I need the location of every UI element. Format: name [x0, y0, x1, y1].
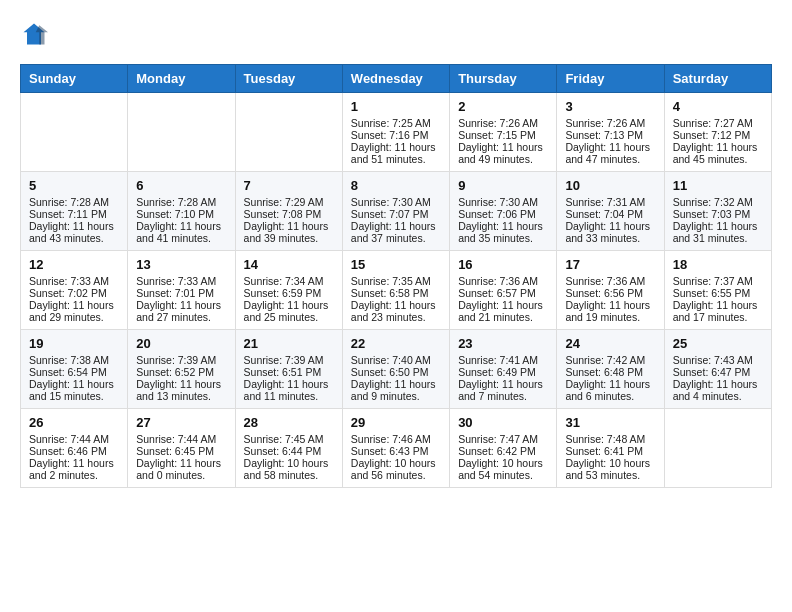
- sunrise-text: Sunrise: 7:34 AM: [244, 275, 334, 287]
- weekday-header-wednesday: Wednesday: [342, 65, 449, 93]
- calendar-table: SundayMondayTuesdayWednesdayThursdayFrid…: [20, 64, 772, 488]
- sunset-text: Sunset: 7:08 PM: [244, 208, 334, 220]
- daylight-text: Daylight: 10 hours and 53 minutes.: [565, 457, 655, 481]
- calendar-cell: 19Sunrise: 7:38 AMSunset: 6:54 PMDayligh…: [21, 330, 128, 409]
- sunset-text: Sunset: 6:43 PM: [351, 445, 441, 457]
- daylight-text: Daylight: 11 hours and 43 minutes.: [29, 220, 119, 244]
- calendar-cell: 21Sunrise: 7:39 AMSunset: 6:51 PMDayligh…: [235, 330, 342, 409]
- sunrise-text: Sunrise: 7:37 AM: [673, 275, 763, 287]
- calendar-cell: 13Sunrise: 7:33 AMSunset: 7:01 PMDayligh…: [128, 251, 235, 330]
- daylight-text: Daylight: 11 hours and 6 minutes.: [565, 378, 655, 402]
- sunset-text: Sunset: 7:04 PM: [565, 208, 655, 220]
- daylight-text: Daylight: 11 hours and 11 minutes.: [244, 378, 334, 402]
- calendar-cell: 16Sunrise: 7:36 AMSunset: 6:57 PMDayligh…: [450, 251, 557, 330]
- day-number: 27: [136, 415, 226, 430]
- calendar-week-row: 12Sunrise: 7:33 AMSunset: 7:02 PMDayligh…: [21, 251, 772, 330]
- sunset-text: Sunset: 7:06 PM: [458, 208, 548, 220]
- calendar-cell: 12Sunrise: 7:33 AMSunset: 7:02 PMDayligh…: [21, 251, 128, 330]
- day-number: 10: [565, 178, 655, 193]
- sunset-text: Sunset: 6:42 PM: [458, 445, 548, 457]
- day-number: 28: [244, 415, 334, 430]
- sunset-text: Sunset: 7:12 PM: [673, 129, 763, 141]
- sunset-text: Sunset: 7:11 PM: [29, 208, 119, 220]
- calendar-cell: 4Sunrise: 7:27 AMSunset: 7:12 PMDaylight…: [664, 93, 771, 172]
- calendar-cell: 28Sunrise: 7:45 AMSunset: 6:44 PMDayligh…: [235, 409, 342, 488]
- logo: [20, 20, 52, 48]
- day-number: 29: [351, 415, 441, 430]
- day-number: 26: [29, 415, 119, 430]
- sunset-text: Sunset: 6:56 PM: [565, 287, 655, 299]
- sunset-text: Sunset: 7:01 PM: [136, 287, 226, 299]
- day-number: 11: [673, 178, 763, 193]
- sunset-text: Sunset: 7:13 PM: [565, 129, 655, 141]
- daylight-text: Daylight: 11 hours and 33 minutes.: [565, 220, 655, 244]
- sunset-text: Sunset: 7:10 PM: [136, 208, 226, 220]
- daylight-text: Daylight: 11 hours and 29 minutes.: [29, 299, 119, 323]
- daylight-text: Daylight: 11 hours and 31 minutes.: [673, 220, 763, 244]
- sunrise-text: Sunrise: 7:48 AM: [565, 433, 655, 445]
- daylight-text: Daylight: 10 hours and 54 minutes.: [458, 457, 548, 481]
- sunrise-text: Sunrise: 7:42 AM: [565, 354, 655, 366]
- calendar-cell: 7Sunrise: 7:29 AMSunset: 7:08 PMDaylight…: [235, 172, 342, 251]
- sunset-text: Sunset: 6:51 PM: [244, 366, 334, 378]
- weekday-header-row: SundayMondayTuesdayWednesdayThursdayFrid…: [21, 65, 772, 93]
- sunrise-text: Sunrise: 7:30 AM: [458, 196, 548, 208]
- sunrise-text: Sunrise: 7:35 AM: [351, 275, 441, 287]
- day-number: 18: [673, 257, 763, 272]
- sunset-text: Sunset: 7:02 PM: [29, 287, 119, 299]
- calendar-week-row: 1Sunrise: 7:25 AMSunset: 7:16 PMDaylight…: [21, 93, 772, 172]
- daylight-text: Daylight: 11 hours and 19 minutes.: [565, 299, 655, 323]
- daylight-text: Daylight: 11 hours and 9 minutes.: [351, 378, 441, 402]
- sunrise-text: Sunrise: 7:25 AM: [351, 117, 441, 129]
- daylight-text: Daylight: 11 hours and 41 minutes.: [136, 220, 226, 244]
- day-number: 4: [673, 99, 763, 114]
- sunset-text: Sunset: 6:45 PM: [136, 445, 226, 457]
- day-number: 15: [351, 257, 441, 272]
- daylight-text: Daylight: 11 hours and 27 minutes.: [136, 299, 226, 323]
- daylight-text: Daylight: 11 hours and 2 minutes.: [29, 457, 119, 481]
- day-number: 6: [136, 178, 226, 193]
- calendar-cell: 31Sunrise: 7:48 AMSunset: 6:41 PMDayligh…: [557, 409, 664, 488]
- calendar-cell: 1Sunrise: 7:25 AMSunset: 7:16 PMDaylight…: [342, 93, 449, 172]
- sunrise-text: Sunrise: 7:44 AM: [136, 433, 226, 445]
- calendar-cell: 26Sunrise: 7:44 AMSunset: 6:46 PMDayligh…: [21, 409, 128, 488]
- sunrise-text: Sunrise: 7:28 AM: [29, 196, 119, 208]
- sunrise-text: Sunrise: 7:41 AM: [458, 354, 548, 366]
- daylight-text: Daylight: 11 hours and 39 minutes.: [244, 220, 334, 244]
- daylight-text: Daylight: 11 hours and 17 minutes.: [673, 299, 763, 323]
- day-number: 19: [29, 336, 119, 351]
- daylight-text: Daylight: 11 hours and 21 minutes.: [458, 299, 548, 323]
- calendar-cell: 5Sunrise: 7:28 AMSunset: 7:11 PMDaylight…: [21, 172, 128, 251]
- sunrise-text: Sunrise: 7:28 AM: [136, 196, 226, 208]
- sunset-text: Sunset: 7:15 PM: [458, 129, 548, 141]
- daylight-text: Daylight: 11 hours and 25 minutes.: [244, 299, 334, 323]
- calendar-cell: 10Sunrise: 7:31 AMSunset: 7:04 PMDayligh…: [557, 172, 664, 251]
- day-number: 23: [458, 336, 548, 351]
- day-number: 31: [565, 415, 655, 430]
- sunset-text: Sunset: 6:49 PM: [458, 366, 548, 378]
- calendar-cell: [664, 409, 771, 488]
- daylight-text: Daylight: 11 hours and 35 minutes.: [458, 220, 548, 244]
- day-number: 5: [29, 178, 119, 193]
- day-number: 9: [458, 178, 548, 193]
- sunrise-text: Sunrise: 7:32 AM: [673, 196, 763, 208]
- sunset-text: Sunset: 6:54 PM: [29, 366, 119, 378]
- day-number: 14: [244, 257, 334, 272]
- sunrise-text: Sunrise: 7:33 AM: [29, 275, 119, 287]
- daylight-text: Daylight: 11 hours and 7 minutes.: [458, 378, 548, 402]
- sunrise-text: Sunrise: 7:36 AM: [565, 275, 655, 287]
- calendar-cell: 11Sunrise: 7:32 AMSunset: 7:03 PMDayligh…: [664, 172, 771, 251]
- weekday-header-saturday: Saturday: [664, 65, 771, 93]
- sunrise-text: Sunrise: 7:26 AM: [565, 117, 655, 129]
- daylight-text: Daylight: 11 hours and 13 minutes.: [136, 378, 226, 402]
- calendar-week-row: 26Sunrise: 7:44 AMSunset: 6:46 PMDayligh…: [21, 409, 772, 488]
- day-number: 12: [29, 257, 119, 272]
- daylight-text: Daylight: 11 hours and 45 minutes.: [673, 141, 763, 165]
- daylight-text: Daylight: 10 hours and 56 minutes.: [351, 457, 441, 481]
- calendar-cell: [235, 93, 342, 172]
- calendar-cell: 29Sunrise: 7:46 AMSunset: 6:43 PMDayligh…: [342, 409, 449, 488]
- sunrise-text: Sunrise: 7:33 AM: [136, 275, 226, 287]
- day-number: 22: [351, 336, 441, 351]
- sunrise-text: Sunrise: 7:46 AM: [351, 433, 441, 445]
- sunrise-text: Sunrise: 7:44 AM: [29, 433, 119, 445]
